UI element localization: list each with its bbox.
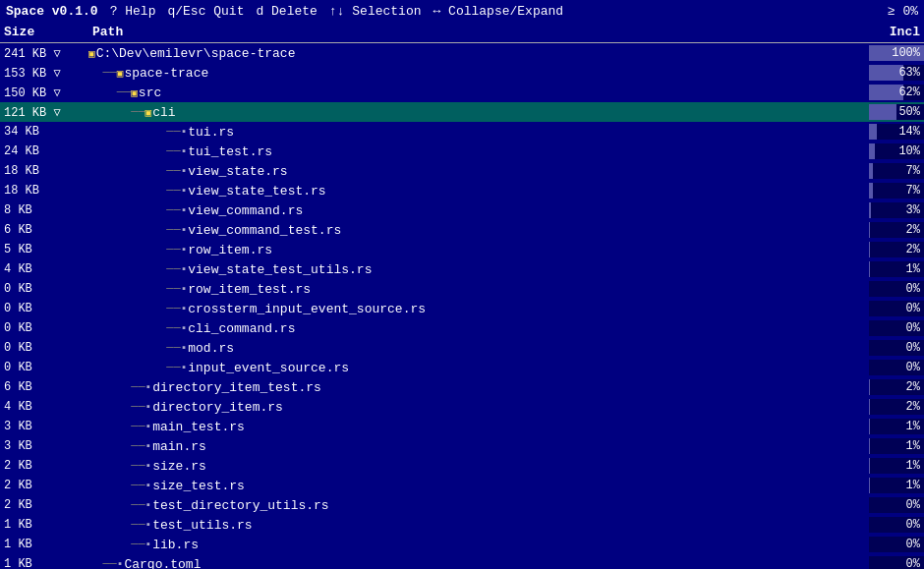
table-row[interactable]: 0 KB ——▪ cli_command.rs0% xyxy=(0,318,924,338)
row-path: ——▪ directory_item.rs xyxy=(88,400,865,415)
row-incl: 62% xyxy=(865,83,924,102)
incl-label: 10% xyxy=(898,144,920,158)
row-incl: 3% xyxy=(865,200,924,220)
table-row[interactable]: 153 KB ▽ ——▣ space-trace63% xyxy=(0,63,924,83)
table-row[interactable]: 0 KB ——▪ mod.rs0% xyxy=(0,338,924,358)
row-name: cli_command.rs xyxy=(188,321,295,336)
row-path: ——▪ main.rs xyxy=(88,439,865,454)
row-size: 6 KB xyxy=(0,223,88,237)
header-path: Path xyxy=(88,25,865,39)
table-row[interactable]: 1 KB ——▪ lib.rs0% xyxy=(0,535,924,554)
folder-icon: ▣ xyxy=(131,86,138,99)
table-row[interactable]: 24 KB ——▪ tui_test.rs10% xyxy=(0,142,924,161)
row-incl: 100% xyxy=(865,43,924,63)
file-icon: ▪ xyxy=(145,381,152,393)
header-size: Size xyxy=(0,25,88,39)
table-row[interactable]: 1 KB ——▪ test_utils.rs0% xyxy=(0,515,924,535)
row-size: 150 KB ▽ xyxy=(0,85,88,100)
indent-chars: —— xyxy=(88,144,181,158)
table-row[interactable]: 0 KB ——▪ row_item_test.rs0% xyxy=(0,279,924,299)
file-icon: ▪ xyxy=(145,460,152,472)
incl-label: 63% xyxy=(898,66,920,80)
incl-label: 3% xyxy=(906,203,920,217)
collapse-label[interactable]: ↔ Collapse/Expand xyxy=(433,4,564,19)
table-row[interactable]: 4 KB ——▪ directory_item.rs2% xyxy=(0,397,924,417)
bar-fill xyxy=(869,419,870,434)
table-row[interactable]: 4 KB ——▪ view_state_test_utils.rs1% xyxy=(0,259,924,279)
indent-chars: —— xyxy=(88,321,181,335)
incl-label: 1% xyxy=(906,479,920,492)
row-size: 2 KB xyxy=(0,459,88,473)
table-row[interactable]: 6 KB ——▪ directory_item_test.rs2% xyxy=(0,377,924,397)
table-row[interactable]: 8 KB ——▪ view_command.rs3% xyxy=(0,200,924,220)
row-size: 2 KB xyxy=(0,479,88,492)
row-size: 3 KB xyxy=(0,420,88,433)
indent-chars: —— xyxy=(88,66,117,80)
table-row[interactable]: 121 KB ▽ ——▣ cli50% xyxy=(0,102,924,122)
row-size: 2 KB xyxy=(0,498,88,512)
bar-fill xyxy=(869,163,873,179)
row-path: ——▪ input_event_source.rs xyxy=(88,361,865,375)
row-incl: 0% xyxy=(865,535,924,554)
table-row[interactable]: 150 KB ▽ ——▣ src62% xyxy=(0,83,924,102)
bar-fill xyxy=(869,222,870,238)
row-path: ——▪ row_item.rs xyxy=(88,243,865,257)
indent-chars: —— xyxy=(88,184,181,198)
row-size: 6 KB xyxy=(0,380,88,394)
app-name: Space v0.1.0 xyxy=(6,4,98,19)
table-row[interactable]: 18 KB ——▪ view_state_test.rs7% xyxy=(0,181,924,200)
bar-fill xyxy=(869,124,877,140)
incl-label: 50% xyxy=(898,105,920,119)
file-icon: ▪ xyxy=(145,539,152,550)
row-size: 3 KB xyxy=(0,439,88,453)
quit-label[interactable]: q/Esc Quit xyxy=(167,4,244,19)
selection-label[interactable]: ↑↓ Selection xyxy=(329,4,422,19)
row-incl: 1% xyxy=(865,456,924,476)
row-incl: 1% xyxy=(865,436,924,456)
row-name: view_state_test_utils.rs xyxy=(188,262,372,277)
header-incl: Incl xyxy=(865,25,924,39)
bar-fill xyxy=(869,478,870,493)
table-row[interactable]: 0 KB ——▪ input_event_source.rs0% xyxy=(0,358,924,377)
indent-chars: —— xyxy=(88,538,145,551)
row-path: ——▪ view_state_test.rs xyxy=(88,184,865,199)
incl-label: 7% xyxy=(906,164,920,178)
row-incl: 1% xyxy=(865,476,924,495)
table-row[interactable]: 2 KB ——▪ size.rs1% xyxy=(0,456,924,476)
file-list: 241 KB ▽▣ C:\Dev\emilevr\space-trace100%… xyxy=(0,43,924,569)
help-label[interactable]: ? Help xyxy=(110,4,156,19)
folder-icon: ▣ xyxy=(117,67,124,80)
table-row[interactable]: 34 KB ——▪ tui.rs14% xyxy=(0,122,924,142)
table-row[interactable]: 2 KB ——▪ size_test.rs1% xyxy=(0,476,924,495)
file-icon: ▪ xyxy=(145,401,152,413)
indent-chars: —— xyxy=(88,380,145,394)
bar-fill xyxy=(869,261,870,277)
indent-chars: —— xyxy=(88,459,145,473)
row-incl: 2% xyxy=(865,397,924,417)
bar-fill xyxy=(869,242,870,257)
row-incl: 14% xyxy=(865,122,924,142)
table-row[interactable]: 3 KB ——▪ main.rs1% xyxy=(0,436,924,456)
delete-label[interactable]: d Delete xyxy=(256,4,317,19)
row-incl: 50% xyxy=(865,102,924,122)
table-row[interactable]: 18 KB ——▪ view_state.rs7% xyxy=(0,161,924,181)
right-label: ≥ 0% xyxy=(888,4,918,19)
row-name: view_state.rs xyxy=(188,164,287,179)
table-row[interactable]: 2 KB ——▪ test_directory_utils.rs0% xyxy=(0,495,924,515)
table-row[interactable]: 6 KB ——▪ view_command_test.rs2% xyxy=(0,220,924,240)
incl-label: 2% xyxy=(906,400,920,414)
row-size: 153 KB ▽ xyxy=(0,66,88,81)
indent-chars: —— xyxy=(88,479,145,492)
table-row[interactable]: 5 KB ——▪ row_item.rs2% xyxy=(0,240,924,259)
file-icon: ▪ xyxy=(181,185,188,197)
bar-fill xyxy=(869,104,896,120)
incl-label: 1% xyxy=(906,439,920,453)
table-row[interactable]: 0 KB ——▪ crossterm_input_event_source.rs… xyxy=(0,299,924,318)
folder-icon: ▣ xyxy=(145,106,152,119)
indent-chars: —— xyxy=(88,400,145,414)
incl-label: 2% xyxy=(906,243,920,256)
indent-chars: —— xyxy=(88,243,181,256)
table-row[interactable]: 241 KB ▽▣ C:\Dev\emilevr\space-trace100% xyxy=(0,43,924,63)
table-row[interactable]: 3 KB ——▪ main_test.rs1% xyxy=(0,417,924,436)
table-row[interactable]: 1 KB ——▪ Cargo.toml0% xyxy=(0,554,924,569)
